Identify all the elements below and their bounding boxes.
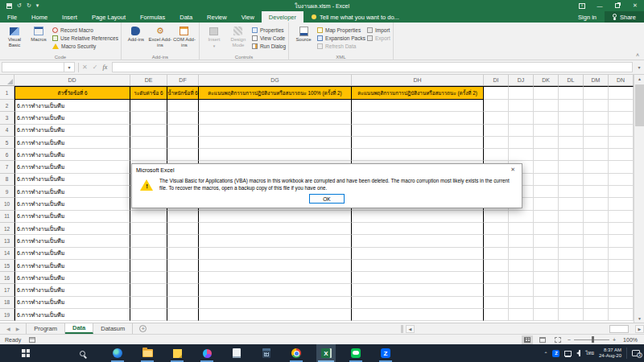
cell-DJ17[interactable] bbox=[509, 284, 534, 296]
cell-DD8[interactable]: 6.การทำงานเป็นทีม bbox=[14, 174, 130, 186]
run-dialog-button[interactable]: Run Dialog bbox=[252, 43, 286, 49]
cell-DK13[interactable] bbox=[534, 235, 559, 247]
column-header-DD[interactable]: DD bbox=[14, 75, 130, 85]
cell-DM11[interactable] bbox=[584, 211, 609, 223]
vertical-scrollbar[interactable]: ▲ ▼ bbox=[634, 75, 644, 323]
cell-DN5[interactable] bbox=[609, 137, 634, 149]
cell-DF2[interactable] bbox=[167, 100, 199, 112]
taskbar-reader[interactable] bbox=[227, 344, 246, 362]
tell-me-box[interactable]: Tell me what you want to do... bbox=[312, 11, 399, 23]
cell-DJ16[interactable] bbox=[509, 272, 534, 284]
zoom-slider[interactable] bbox=[574, 339, 609, 340]
cell-DL13[interactable] bbox=[559, 235, 584, 247]
cell-DF14[interactable] bbox=[167, 248, 199, 260]
sheet-nav-left-icon[interactable]: ◀ bbox=[6, 326, 10, 331]
cell-DI17[interactable] bbox=[484, 284, 509, 296]
addins-button[interactable]: Add-ins bbox=[124, 24, 148, 53]
taskbar-paint3d[interactable] bbox=[197, 344, 217, 362]
cell-DM18[interactable] bbox=[584, 297, 609, 309]
cell-DJ18[interactable] bbox=[509, 297, 534, 309]
cell-DK19[interactable] bbox=[534, 309, 559, 321]
cell-DD7[interactable]: 6.การทำงานเป็นทีม bbox=[14, 161, 130, 173]
cell-DF12[interactable] bbox=[167, 223, 199, 235]
cell-DG14[interactable] bbox=[199, 248, 352, 260]
cell-DL12[interactable] bbox=[559, 223, 584, 235]
cell-DM14[interactable] bbox=[584, 248, 609, 260]
cell-DF5[interactable] bbox=[167, 137, 199, 149]
cell-DF16[interactable] bbox=[167, 272, 199, 284]
cell-DN2[interactable] bbox=[609, 100, 634, 112]
cell-DH16[interactable] bbox=[352, 272, 484, 284]
cell-DD15[interactable]: 6.การทำงานเป็นทีม bbox=[14, 260, 130, 272]
row-number[interactable]: 10 bbox=[0, 198, 14, 210]
visual-basic-button[interactable]: Visual Basic bbox=[2, 24, 27, 53]
cell-DN1[interactable] bbox=[609, 86, 634, 100]
column-header-DG[interactable]: DG bbox=[199, 75, 352, 85]
cell-DG6[interactable] bbox=[199, 149, 352, 161]
cell-DL6[interactable] bbox=[559, 149, 584, 161]
tab-formulas[interactable]: Formulas bbox=[133, 11, 172, 23]
cell-DJ5[interactable] bbox=[509, 137, 534, 149]
cell-DM17[interactable] bbox=[584, 284, 609, 296]
taskbar-edge[interactable] bbox=[108, 344, 127, 362]
page-break-view-button[interactable] bbox=[552, 335, 564, 344]
cell-DJ6[interactable] bbox=[509, 149, 534, 161]
cell-DF19[interactable] bbox=[167, 309, 199, 321]
export-button[interactable]: Export bbox=[367, 35, 390, 41]
cell-DD3[interactable]: 6.การทำงานเป็นทีม bbox=[14, 112, 130, 124]
cell-DG5[interactable] bbox=[199, 137, 352, 149]
page-layout-view-button[interactable] bbox=[537, 335, 548, 344]
tray-expand-icon[interactable]: ⌃ bbox=[543, 351, 547, 356]
cell-DN7[interactable] bbox=[609, 161, 634, 173]
normal-view-button[interactable] bbox=[522, 335, 533, 344]
cell-DN16[interactable] bbox=[609, 272, 634, 284]
cell-DN6[interactable] bbox=[609, 149, 634, 161]
tab-developer[interactable]: Developer bbox=[262, 11, 303, 23]
view-code-button[interactable]: View Code bbox=[252, 35, 286, 41]
cell-DN15[interactable] bbox=[609, 260, 634, 272]
cell-DH3[interactable] bbox=[352, 112, 484, 124]
com-addins-button[interactable]: COM Add-ins bbox=[172, 24, 196, 53]
design-mode-button[interactable]: Design Mode bbox=[226, 24, 250, 53]
cell-DH1[interactable]: คะแนนพฤติกรรมการปฏิบัติงานหรือสมรรถนะ (ค… bbox=[352, 86, 484, 100]
cell-DH13[interactable] bbox=[352, 235, 484, 247]
horizontal-scrollbar[interactable]: ◀ ▶ bbox=[401, 323, 644, 334]
cell-DM2[interactable] bbox=[584, 100, 609, 112]
cell-DL16[interactable] bbox=[559, 272, 584, 284]
cell-DD17[interactable]: 6.การทำงานเป็นทีม bbox=[14, 284, 130, 296]
cell-DJ4[interactable] bbox=[509, 125, 534, 137]
volume-icon[interactable] bbox=[576, 351, 580, 356]
cell-DN9[interactable] bbox=[609, 186, 634, 198]
cell-DN11[interactable] bbox=[609, 211, 634, 223]
row-number[interactable]: 3 bbox=[0, 112, 14, 124]
cell-DI12[interactable] bbox=[484, 223, 509, 235]
cell-DL5[interactable] bbox=[559, 137, 584, 149]
cell-DL11[interactable] bbox=[559, 211, 584, 223]
cell-DE15[interactable] bbox=[130, 260, 167, 272]
cell-DJ15[interactable] bbox=[509, 260, 534, 272]
network-icon[interactable] bbox=[564, 351, 572, 356]
row-number[interactable]: 15 bbox=[0, 260, 14, 272]
cell-DK10[interactable] bbox=[534, 198, 559, 210]
cell-DN17[interactable] bbox=[609, 284, 634, 296]
cell-DM1[interactable] bbox=[584, 86, 609, 100]
cell-DN8[interactable] bbox=[609, 174, 634, 186]
cell-DM19[interactable] bbox=[584, 309, 609, 321]
cell-DF4[interactable] bbox=[167, 125, 199, 137]
cell-DK16[interactable] bbox=[534, 272, 559, 284]
cell-DM3[interactable] bbox=[584, 112, 609, 124]
zalo-tray-icon[interactable]: Z bbox=[552, 350, 559, 357]
cell-DI11[interactable] bbox=[484, 211, 509, 223]
cell-DM15[interactable] bbox=[584, 260, 609, 272]
row-number[interactable]: 5 bbox=[0, 137, 14, 149]
cell-DG2[interactable] bbox=[199, 100, 352, 112]
insert-function-icon[interactable]: fx bbox=[102, 64, 107, 71]
refresh-data-button[interactable]: Refresh Data bbox=[317, 43, 365, 49]
expansion-packs-button[interactable]: Expansion Packs bbox=[317, 35, 365, 41]
scroll-up-icon[interactable]: ▲ bbox=[634, 75, 644, 83]
cell-DE2[interactable] bbox=[130, 100, 167, 112]
taskbar-chrome[interactable] bbox=[287, 344, 306, 362]
row-number[interactable]: 16 bbox=[0, 272, 14, 284]
cell-DI4[interactable] bbox=[484, 125, 509, 137]
cell-DK9[interactable] bbox=[534, 186, 559, 198]
